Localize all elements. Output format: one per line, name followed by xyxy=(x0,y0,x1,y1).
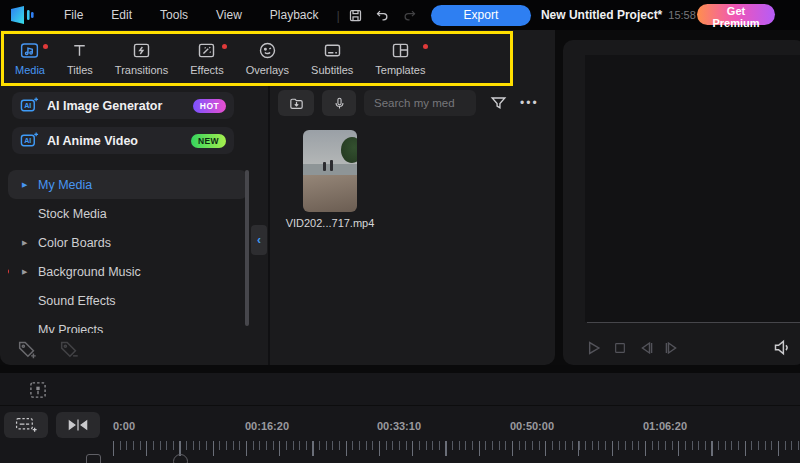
menu-tools[interactable]: Tools xyxy=(146,0,202,30)
notification-dot xyxy=(8,269,9,274)
tab-label: Templates xyxy=(375,64,425,76)
menu-file[interactable]: File xyxy=(50,0,97,30)
tab-label: Effects xyxy=(190,64,223,76)
effects-icon xyxy=(196,40,217,61)
sidebar-item-background-music[interactable]: ▶Background Music xyxy=(8,257,248,286)
tab-transitions[interactable]: Transitions xyxy=(104,40,179,76)
stop-button[interactable] xyxy=(612,340,628,356)
timeline-toolbar xyxy=(0,373,800,406)
thumbnail-person xyxy=(330,160,333,171)
video-preview-area[interactable] xyxy=(585,55,800,322)
titles-icon xyxy=(69,40,90,61)
tab-label: Media xyxy=(15,64,45,76)
notification-dot xyxy=(43,44,48,49)
add-captions-track-button[interactable] xyxy=(4,412,48,438)
sidebar-item-label: AI Image Generator xyxy=(47,99,193,113)
tab-subtitles[interactable]: Subtitles xyxy=(300,40,364,76)
tab-templates[interactable]: Templates xyxy=(364,40,436,76)
hot-badge: HOT xyxy=(193,99,226,113)
sidebar-item-label: My Media xyxy=(38,178,92,192)
ruler-timestamp: 0:00 xyxy=(113,420,135,432)
ai-generator-icon: AI xyxy=(20,96,39,115)
sidebar-item-label: Color Boards xyxy=(38,236,111,250)
play-button[interactable] xyxy=(583,338,603,358)
record-voiceover-button[interactable] xyxy=(322,90,356,116)
media-file-name: VID202...717.mp4 xyxy=(268,217,392,229)
asset-tab-bar: MediaTitlesTransitionsEffectsOverlaysSub… xyxy=(4,32,436,84)
tab-effects[interactable]: Effects xyxy=(179,40,234,76)
track-mute-icon[interactable] xyxy=(86,454,101,463)
volume-icon[interactable] xyxy=(772,337,793,358)
expand-arrow-icon[interactable]: ▶ xyxy=(22,268,27,276)
timeline-ruler-ticks[interactable] xyxy=(113,441,800,460)
menu-bar: FileEditToolsViewPlayback | Export New U… xyxy=(0,0,800,30)
svg-text:AI: AI xyxy=(24,137,31,145)
tab-overlays[interactable]: Overlays xyxy=(235,40,300,76)
track-options-icon[interactable] xyxy=(28,380,48,400)
templates-icon xyxy=(390,40,411,61)
track-lock-icon[interactable] xyxy=(173,454,188,463)
sidebar-item-ai-anime-video[interactable]: AI AI Anime Video NEW xyxy=(12,127,234,154)
search-input[interactable] xyxy=(364,90,476,116)
ruler-timestamp: 01:06:20 xyxy=(643,420,687,432)
import-media-button[interactable] xyxy=(278,90,314,116)
panel-gap xyxy=(0,365,800,373)
remove-tag-button[interactable] xyxy=(58,338,80,360)
sidebar-item-stock-media[interactable]: Stock Media xyxy=(8,199,248,228)
export-button[interactable]: Export xyxy=(431,5,531,26)
media-clip-thumbnail[interactable] xyxy=(303,130,357,212)
more-options-icon[interactable]: ••• xyxy=(514,95,545,111)
menu-view[interactable]: View xyxy=(202,0,256,30)
notification-dot xyxy=(222,44,227,49)
sidebar-item-my-projects[interactable]: My Projects xyxy=(8,315,248,333)
sidebar-item-color-boards[interactable]: ▶Color Boards xyxy=(8,228,248,257)
sidebar-item-sound-effects[interactable]: Sound Effects xyxy=(8,286,248,315)
menu-items: FileEditToolsViewPlayback xyxy=(50,0,333,30)
redo-button[interactable] xyxy=(399,5,420,26)
capcut-window: FileEditToolsViewPlayback | Export New U… xyxy=(0,0,800,463)
sidebar-nav: ▶My MediaStock Media▶Color Boards▶Backgr… xyxy=(8,170,248,333)
previous-frame-button[interactable] xyxy=(637,338,657,358)
expand-arrow-icon[interactable]: ▶ xyxy=(22,181,27,189)
ruler-timestamp: 00:33:10 xyxy=(377,420,421,432)
save-button[interactable] xyxy=(345,5,366,26)
sidebar-item-label: Sound Effects xyxy=(38,294,116,308)
tab-media[interactable]: Media xyxy=(4,40,56,76)
ruler-timestamp: 00:50:00 xyxy=(510,420,554,432)
thumbnail-person xyxy=(323,162,326,171)
ai-anime-icon: AI xyxy=(20,131,39,150)
split-clip-button[interactable] xyxy=(56,412,100,438)
collapse-sidebar-button[interactable]: ‹ xyxy=(251,225,267,255)
next-frame-button[interactable] xyxy=(661,338,681,358)
tab-label: Titles xyxy=(67,64,93,76)
undo-button[interactable] xyxy=(372,5,393,26)
toolbar-divider: | xyxy=(337,8,340,23)
expand-arrow-icon[interactable]: ▶ xyxy=(22,239,27,247)
sidebar-item-label: Background Music xyxy=(38,265,141,279)
notification-dot xyxy=(423,44,428,49)
tab-label: Subtitles xyxy=(311,64,353,76)
transitions-icon xyxy=(131,40,152,61)
media-icon xyxy=(19,40,40,61)
sidebar-item-my-media[interactable]: ▶My Media xyxy=(8,170,248,199)
get-premium-button[interactable]: Get Premium xyxy=(697,4,775,25)
new-badge: NEW xyxy=(191,134,226,148)
sidebar-item-label: My Projects xyxy=(38,323,103,334)
menu-playback[interactable]: Playback xyxy=(256,0,333,30)
add-tag-button[interactable] xyxy=(16,338,38,360)
overlays-icon xyxy=(257,40,278,61)
tab-label: Transitions xyxy=(115,64,168,76)
capcut-logo-icon xyxy=(10,6,36,24)
project-title: New Untitled Project* xyxy=(541,8,662,22)
svg-text:AI: AI xyxy=(24,102,31,110)
filter-icon[interactable] xyxy=(486,91,511,116)
sidebar-item-ai-image-generator[interactable]: AI AI Image Generator HOT xyxy=(12,92,234,119)
sidebar-scrollbar[interactable] xyxy=(245,170,249,326)
subtitles-icon xyxy=(322,40,343,61)
tab-label: Overlays xyxy=(246,64,289,76)
menu-edit[interactable]: Edit xyxy=(97,0,146,30)
thumbnail-beach xyxy=(303,175,357,212)
player-seek-bar[interactable] xyxy=(587,322,800,323)
tab-titles[interactable]: Titles xyxy=(56,40,104,76)
thumbnail-tree xyxy=(341,137,357,163)
